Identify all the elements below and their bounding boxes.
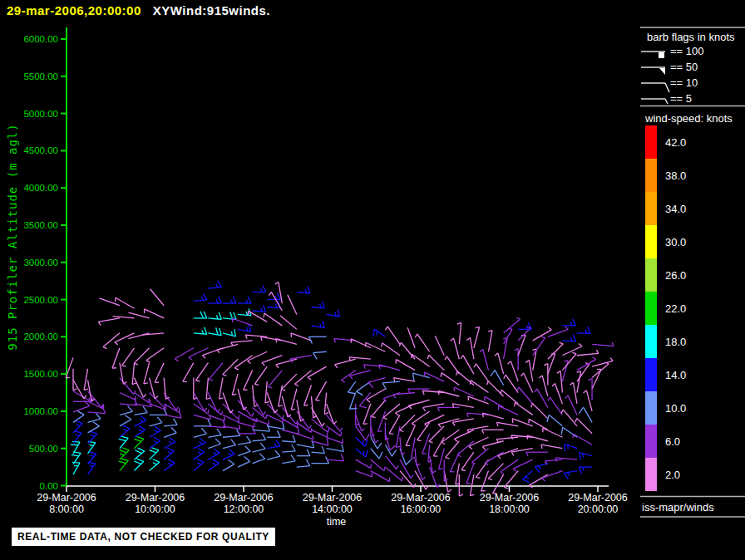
barb-staff (498, 353, 504, 374)
barb-full-tick (275, 450, 280, 456)
barb-staff (217, 344, 238, 350)
barb-half-tick (504, 375, 506, 378)
barb-full-tick (205, 327, 207, 334)
wind-barb (120, 425, 130, 437)
barb-staff (470, 474, 474, 496)
barb-half-tick (282, 390, 286, 391)
barb-half-tick (340, 428, 342, 432)
wind-barb (461, 356, 474, 375)
barb-staff (584, 407, 593, 422)
wind-barb (238, 446, 250, 456)
barb-half-tick (451, 338, 454, 341)
barb-staff (88, 443, 96, 454)
barb-staff (146, 348, 164, 361)
wind-barb (501, 459, 518, 474)
wind-barb (282, 445, 295, 452)
wind-barb (570, 382, 577, 404)
barb-staff (435, 336, 444, 356)
barb-staff (327, 437, 343, 443)
barb-full-tick (229, 449, 235, 454)
colorbar-swatch (645, 458, 657, 491)
barb-half-tick (333, 421, 337, 425)
barb-staff (223, 464, 234, 471)
barb-staff (488, 331, 492, 352)
barb-staff (562, 361, 568, 381)
wind-barb (150, 289, 164, 306)
barb-half-tick (438, 425, 441, 428)
barb-staff (262, 356, 282, 363)
wind-barb (356, 459, 372, 469)
wind-barb (592, 342, 614, 346)
barb-half-tick (264, 411, 266, 415)
barb-half-tick (408, 389, 410, 393)
barb-staff (518, 335, 525, 355)
x-tick-date-label: 29-Mar-2006 (214, 492, 274, 504)
barb-staff (562, 341, 575, 341)
wind-barb (535, 464, 547, 473)
barb-staff (463, 356, 474, 375)
barb-staff (267, 426, 284, 430)
barb-staff (401, 342, 415, 359)
barb-staff (499, 405, 519, 415)
barb-half-tick (209, 380, 213, 381)
barb-staff (164, 442, 175, 449)
wind-barb (474, 364, 488, 381)
wind-barb (291, 333, 311, 341)
wind-barb (73, 411, 84, 423)
wind-barb (194, 448, 205, 459)
barb-staff (231, 341, 253, 342)
barb-full-tick (234, 312, 236, 319)
colorbar-label: 34.0 (665, 203, 686, 215)
barb-half-tick (548, 397, 550, 400)
barb-half-tick (508, 361, 511, 365)
y-tick-label: 2000.00 (23, 332, 58, 341)
barb-staff (120, 420, 131, 426)
barb-half-tick (411, 354, 412, 358)
barb-full-tick (263, 285, 266, 292)
wind-barb (73, 421, 82, 433)
barb-staff (267, 307, 280, 308)
wind-barb (232, 374, 238, 395)
barb-staff (356, 459, 371, 469)
wind-barb (504, 329, 513, 345)
barb-half-tick (252, 413, 254, 417)
barb-half-tick (501, 472, 504, 474)
barb-full-tick (122, 448, 129, 450)
wind-barb (539, 376, 548, 396)
barb-full-tick (208, 420, 211, 426)
barb-half-tick (350, 376, 353, 379)
barb-staff (412, 437, 416, 459)
wind-barb (482, 413, 503, 419)
barb-staff (194, 452, 205, 459)
wind-barb (372, 400, 386, 417)
colorbar-label: 6.0 (665, 435, 680, 448)
wind-barb (88, 441, 96, 454)
barb-legend-row: == 100 (641, 45, 704, 58)
barb-half-tick (341, 432, 342, 436)
barb-staff (430, 467, 437, 487)
wind-barb (194, 420, 211, 426)
barb-half-tick (155, 396, 158, 399)
wind-barb (282, 374, 297, 391)
barb-full-tick (323, 321, 324, 328)
wind-barb (562, 335, 575, 341)
wind-barb (356, 404, 360, 425)
barb-half-tick (139, 430, 142, 432)
barb-staff (577, 353, 599, 355)
wind-barb (313, 351, 327, 359)
wind-barb (238, 324, 251, 332)
wind-barb (134, 348, 149, 365)
wind-barb (508, 361, 518, 381)
wind-barb (324, 393, 328, 415)
barb-half-tick (400, 430, 404, 432)
y-tick-label: 3000.00 (23, 258, 58, 268)
barb-staff (297, 400, 301, 421)
barb-half-tick (76, 435, 80, 435)
barb-staff (422, 434, 430, 454)
barb-half-tick (570, 382, 573, 385)
barb-staff (577, 371, 581, 393)
wind-barb (543, 428, 563, 437)
y-tick-label: 6000.00 (23, 34, 58, 44)
barb-full-tick (204, 312, 207, 318)
barb-staff (415, 449, 417, 466)
